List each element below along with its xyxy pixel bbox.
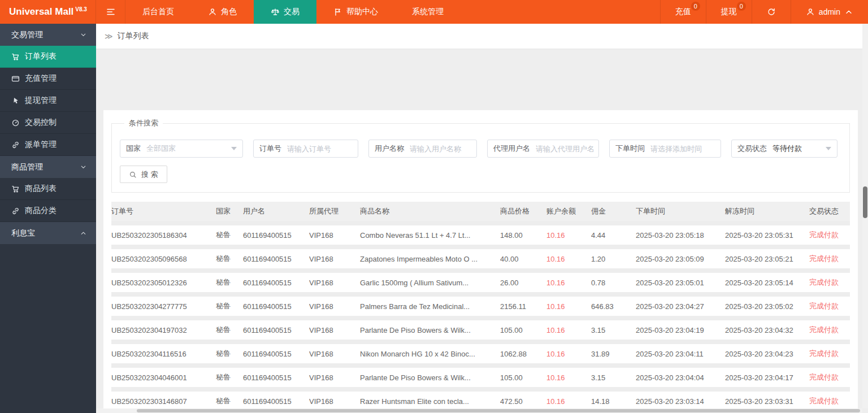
- hand-icon: [11, 97, 20, 105]
- order-no-field: 订单号: [253, 140, 358, 158]
- sidebar-group-1[interactable]: 商品管理: [0, 156, 96, 178]
- cell-country: 秘鲁: [216, 277, 243, 288]
- cell-commission: 0.78: [591, 279, 636, 287]
- user-icon: [806, 7, 815, 16]
- order-time-label: 下单时间: [610, 144, 650, 154]
- col-header-order_time: 下单时间: [636, 206, 725, 216]
- cell-order_no: UB2503202305012326: [111, 279, 216, 287]
- link-icon: [11, 141, 20, 149]
- cell-balance: 10.16: [546, 350, 591, 358]
- cell-product: Parlante De Piso Bowers & Wilk...: [360, 326, 500, 334]
- cell-status: 完成付款: [809, 301, 850, 311]
- sidebar-item-1-1[interactable]: 商品分类: [0, 200, 96, 222]
- sidebar-item-0-3[interactable]: 交易控制: [0, 112, 96, 134]
- cell-product: Razer Huntsman Elite con tecla...: [360, 397, 500, 406]
- order-time-input[interactable]: [650, 145, 721, 153]
- cell-agent: VIP168: [309, 302, 360, 311]
- cell-username: 601169400515: [243, 373, 309, 382]
- table-row: UB2503202305096568秘鲁601169400515VIP168Za…: [111, 249, 850, 268]
- header-right: 充值 0 提现 0 admin: [660, 0, 868, 24]
- search-button[interactable]: 搜 索: [120, 166, 167, 183]
- cell-username: 601169400515: [243, 397, 309, 406]
- row-separator: [111, 340, 850, 344]
- brand-version: V8.3: [75, 6, 87, 12]
- cell-price: 40.00: [500, 255, 546, 263]
- cell-unfreeze_time: 2025-03-20 23:03:31: [725, 397, 809, 406]
- country-select[interactable]: 国家 全部国家: [120, 140, 243, 158]
- sidebar-group-2[interactable]: 利息宝: [0, 222, 96, 244]
- topnav-item-2[interactable]: 交易: [254, 0, 316, 24]
- col-header-agent: 所属代理: [309, 206, 360, 216]
- sidebar-item-0-1[interactable]: 充值管理: [0, 68, 96, 90]
- col-header-balance: 账户余额: [546, 206, 591, 216]
- topnav-item-4[interactable]: 系统管理: [395, 0, 461, 24]
- cell-agent: VIP168: [309, 279, 360, 287]
- row-separator: [111, 387, 850, 392]
- search-legend: 条件搜索: [124, 118, 163, 128]
- status-select[interactable]: 交易状态 等待付款: [731, 140, 837, 158]
- cell-country: 秘鲁: [216, 396, 243, 406]
- cell-commission: 1.20: [591, 255, 636, 263]
- cell-unfreeze_time: 2025-03-20 23:04:32: [725, 326, 809, 334]
- search-button-label: 搜 索: [141, 169, 158, 180]
- vertical-scrollbar-thumb[interactable]: [863, 186, 867, 218]
- cell-order_time: 2025-03-20 23:04:19: [636, 326, 725, 334]
- flag-icon: [333, 7, 342, 16]
- order-no-input[interactable]: [287, 145, 358, 153]
- username-label: 用户名称: [369, 144, 410, 154]
- row-separator: [111, 245, 850, 249]
- cell-order_no: UB2503202304197032: [111, 326, 216, 334]
- cell-order_no: UB2503202304116516: [111, 350, 216, 358]
- table-row: UB2503202304197032秘鲁601169400515VIP168Pa…: [111, 320, 850, 340]
- sidebar-toggle-button[interactable]: [96, 0, 125, 24]
- cell-price: 1062.88: [500, 350, 546, 358]
- sidebar-item-0-0[interactable]: 订单列表: [0, 46, 96, 68]
- sidebar-item-0-2[interactable]: 提现管理: [0, 90, 96, 112]
- username-input[interactable]: [410, 145, 476, 153]
- cell-country: 秘鲁: [216, 254, 243, 264]
- card-icon: [11, 75, 20, 83]
- table-row: UB2503202305186304秘鲁601169400515VIP168Co…: [111, 225, 850, 245]
- cell-price: 105.00: [500, 373, 546, 382]
- refresh-button[interactable]: [752, 0, 791, 24]
- table-row: UB2503202304046001秘鲁601169400515VIP168Pa…: [111, 368, 850, 387]
- withdraw-badge: 0: [737, 2, 746, 11]
- cell-status: 完成付款: [809, 325, 850, 335]
- topnav-item-3[interactable]: 帮助中心: [316, 0, 395, 24]
- sidebar-item-0-4[interactable]: 派单管理: [0, 134, 96, 156]
- cell-order_time: 2025-03-20 23:04:04: [636, 373, 725, 382]
- brand-logo: Universal Mall V8.3: [0, 0, 96, 24]
- cell-product: Parlante De Piso Bowers & Wilk...: [360, 373, 500, 382]
- admin-menu[interactable]: admin: [791, 0, 868, 24]
- search-icon: [129, 171, 137, 179]
- sidebar-group-0[interactable]: 交易管理: [0, 24, 96, 46]
- recharge-label: 充值: [675, 7, 691, 17]
- cell-agent: VIP168: [309, 231, 360, 240]
- recharge-button[interactable]: 充值 0: [660, 0, 706, 24]
- horizontal-scrollbar-thumb[interactable]: [137, 409, 860, 412]
- cell-status: 完成付款: [809, 372, 850, 382]
- cell-unfreeze_time: 2025-03-20 23:05:21: [725, 255, 809, 263]
- cell-unfreeze_time: 2025-03-20 23:04:17: [725, 373, 809, 382]
- topnav-item-0[interactable]: 后台首页: [125, 0, 191, 24]
- sidebar-item-1-0[interactable]: 商品列表: [0, 178, 96, 200]
- row-separator: [111, 221, 850, 225]
- country-label: 国家: [120, 144, 146, 154]
- cell-order_time: 2025-03-20 23:05:01: [636, 279, 725, 287]
- agent-input[interactable]: [536, 145, 598, 153]
- cell-product: Combo Neveras 51.1 Lt + 4.7 Lt...: [360, 231, 500, 240]
- withdraw-button[interactable]: 提现 0: [706, 0, 752, 24]
- cell-price: 26.00: [500, 279, 546, 287]
- topnav-item-1[interactable]: 角色: [191, 0, 254, 24]
- cell-agent: VIP168: [309, 255, 360, 263]
- cell-username: 601169400515: [243, 326, 309, 334]
- admin-username: admin: [819, 7, 840, 16]
- top-nav: 后台首页 角色 交易 帮助中心 系统管理: [125, 0, 461, 24]
- table-row: UB2503202303146807秘鲁601169400515VIP168Ra…: [111, 392, 850, 411]
- cell-country: 秘鲁: [216, 372, 243, 382]
- link-icon: [11, 207, 20, 215]
- status-label: 交易状态: [732, 144, 772, 154]
- cell-order_no: UB2503202305096568: [111, 255, 216, 263]
- refresh-icon: [767, 7, 776, 16]
- cell-country: 秘鲁: [216, 301, 243, 311]
